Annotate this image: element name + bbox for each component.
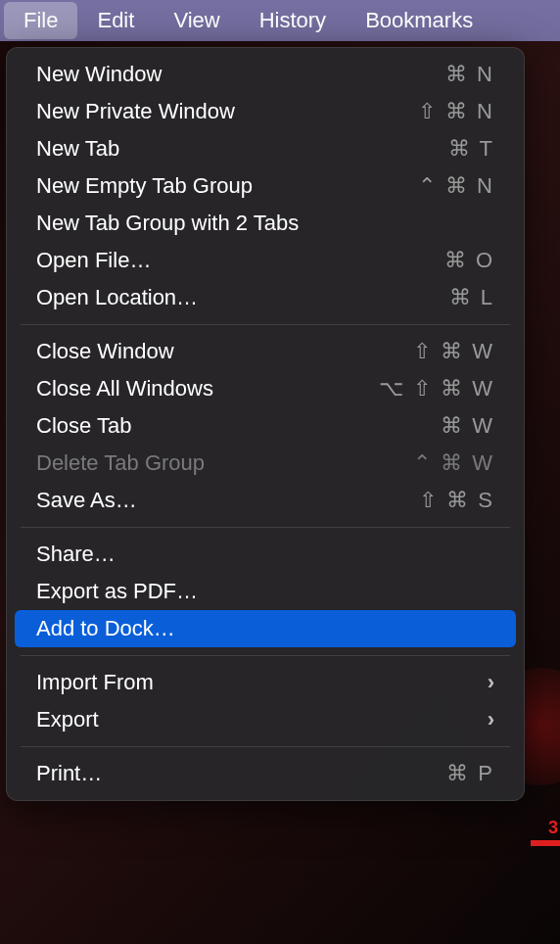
menu-item-shortcut: ⌘ L [449,285,494,310]
menubar-item-bookmarks[interactable]: Bookmarks [346,2,492,39]
menu-divider [21,655,510,656]
menu-divider [21,746,510,747]
menu-item-label: New Private Window [36,99,235,124]
menu-item-shortcut: ⇧ ⌘ S [419,488,494,513]
menu-item-label: Close Window [36,339,174,364]
menu-item-print[interactable]: Print…⌘ P [15,755,516,792]
menubar-item-history[interactable]: History [240,2,346,39]
menu-item-label: Export [36,707,99,732]
menu-item-new-private-window[interactable]: New Private Window⇧ ⌘ N [15,93,516,130]
menubar-item-view[interactable]: View [154,2,239,39]
menu-item-label: New Window [36,62,162,87]
menu-item-shortcut: ⇧ ⌘ N [418,99,494,124]
menu-item-label: Open File… [36,248,151,273]
menu-item-new-tab[interactable]: New Tab⌘ T [15,130,516,167]
menu-item-shortcut: ⌘ P [446,761,494,786]
menu-item-share[interactable]: Share… [15,536,516,573]
menu-item-label: Open Location… [36,285,198,310]
menu-item-label: Print… [36,761,102,786]
menu-item-label: New Tab [36,136,119,162]
menu-item-save-as[interactable]: Save As…⇧ ⌘ S [15,482,516,519]
menubar-item-file[interactable]: File [4,2,77,39]
menu-item-export[interactable]: Export› [15,701,516,738]
menu-item-export-as-pdf[interactable]: Export as PDF… [15,573,516,610]
menu-item-shortcut: ⌘ T [448,136,494,162]
background-red-text: 3 [548,818,558,838]
menu-item-close-all-windows[interactable]: Close All Windows⌥ ⇧ ⌘ W [15,370,516,407]
menu-item-import-from[interactable]: Import From› [15,664,516,701]
menu-item-open-location[interactable]: Open Location…⌘ L [15,279,516,316]
menu-item-new-empty-tab-group[interactable]: New Empty Tab Group⌃ ⌘ N [15,167,516,205]
file-dropdown-menu: New Window⌘ NNew Private Window⇧ ⌘ NNew … [6,47,525,801]
menu-item-new-tab-group-with-2-tabs[interactable]: New Tab Group with 2 Tabs [15,205,516,242]
menu-item-shortcut: ⌘ N [445,62,494,87]
chevron-right-icon: › [488,670,494,695]
menubar-item-edit[interactable]: Edit [77,2,154,39]
menu-item-label: Delete Tab Group [36,450,205,476]
menu-divider [21,527,510,528]
menu-divider [21,324,510,325]
menu-item-label: New Empty Tab Group [36,173,253,199]
menu-item-shortcut: ⌘ O [444,248,494,273]
menu-item-open-file[interactable]: Open File…⌘ O [15,242,516,279]
menubar: FileEditViewHistoryBookmarks [0,0,560,41]
menu-item-shortcut: ⌘ W [441,413,494,439]
menu-item-shortcut: ⌃ ⌘ N [418,173,494,199]
menu-item-label: Share… [36,542,116,567]
menu-item-close-tab[interactable]: Close Tab⌘ W [15,407,516,445]
menu-item-label: Export as PDF… [36,579,198,604]
menu-item-label: Add to Dock… [36,616,175,641]
menu-item-label: New Tab Group with 2 Tabs [36,211,299,236]
background-red-bar [531,840,560,846]
menu-item-new-window[interactable]: New Window⌘ N [15,56,516,93]
menu-item-label: Close All Windows [36,376,213,401]
menu-item-label: Import From [36,670,154,695]
menu-item-shortcut: ⌥ ⇧ ⌘ W [379,376,494,401]
menu-item-label: Save As… [36,488,137,513]
menu-item-shortcut: ⌃ ⌘ W [413,450,494,476]
menu-item-delete-tab-group: Delete Tab Group⌃ ⌘ W [15,445,516,482]
menu-item-shortcut: ⇧ ⌘ W [413,339,494,364]
menu-item-add-to-dock[interactable]: Add to Dock… [15,610,516,647]
chevron-right-icon: › [488,707,494,732]
menu-item-close-window[interactable]: Close Window⇧ ⌘ W [15,333,516,370]
menu-item-label: Close Tab [36,413,131,439]
